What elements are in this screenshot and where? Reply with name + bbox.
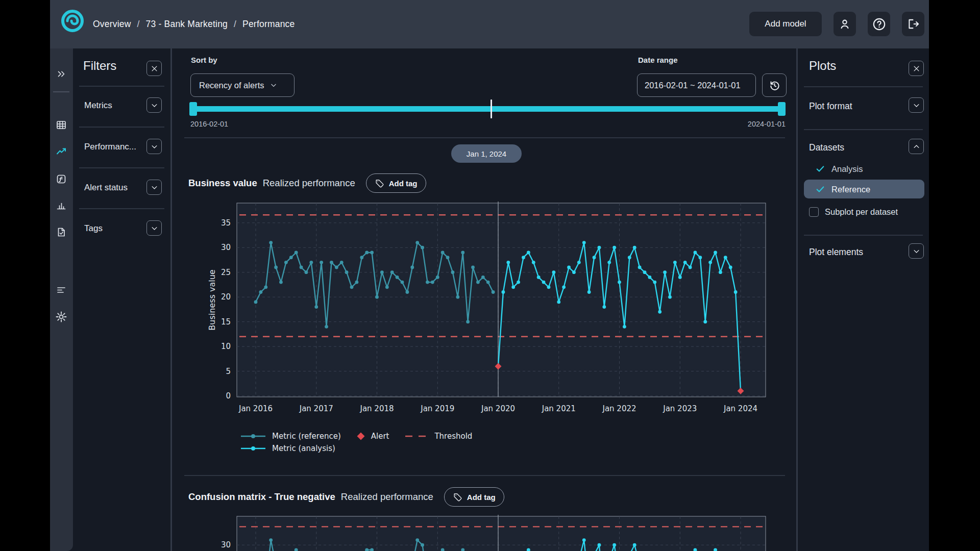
date-range-value: 2016-02-01 ~ 2024-01-01 xyxy=(645,81,741,90)
threshold-dash-swatch xyxy=(404,433,429,439)
breadcrumb-overview[interactable]: Overview xyxy=(93,19,131,30)
sort-by-value: Recency of alerts xyxy=(199,81,264,90)
table-icon xyxy=(55,119,67,131)
plot-elements-expand-button[interactable] xyxy=(909,243,924,259)
rail-divider xyxy=(53,91,69,92)
chevrons-right-icon xyxy=(56,68,67,80)
chevron-down-icon xyxy=(151,224,158,232)
help-button[interactable] xyxy=(868,12,890,36)
app-window: Overview / 73 - Bank Marketing / Perform… xyxy=(50,0,929,551)
y-tick-label: 0 xyxy=(226,391,231,400)
chevron-up-icon xyxy=(913,143,920,151)
filters-panel: Filters Metrics Performanc... Alert stat… xyxy=(73,48,172,551)
divider xyxy=(184,137,785,138)
date-slider-handle-end[interactable] xyxy=(778,102,786,116)
x-tick-label: Jan 2021 xyxy=(542,404,576,413)
breadcrumb-model[interactable]: 73 - Bank Marketing xyxy=(146,19,228,30)
subplot-per-dataset-option[interactable]: Subplot per dataset xyxy=(809,207,898,217)
tags-expand-button[interactable] xyxy=(146,220,162,236)
date-slider-handle-start[interactable] xyxy=(189,102,197,116)
filters-close-button[interactable] xyxy=(146,61,162,76)
chart-subtitle: Realized performance xyxy=(263,178,355,189)
legend-threshold[interactable]: Threshold xyxy=(404,432,472,441)
slider-cursor[interactable] xyxy=(491,99,492,118)
add-tag-button[interactable]: Add tag xyxy=(366,173,426,193)
dataset-option-reference[interactable]: Reference xyxy=(815,184,870,194)
nav-functions[interactable] xyxy=(54,171,69,187)
date-range-input[interactable]: 2016-02-01 ~ 2024-01-01 xyxy=(637,73,756,97)
plots-title: Plots xyxy=(809,59,836,73)
confusion-matrix-chart[interactable]: 30 xyxy=(172,513,796,551)
date-range-reset-button[interactable] xyxy=(762,73,787,97)
alert-diamond-swatch xyxy=(356,432,365,441)
nav-settings[interactable] xyxy=(54,309,69,324)
metrics-expand-button[interactable] xyxy=(146,97,162,113)
x-tick-label: Jan 2019 xyxy=(420,404,454,413)
plot-format-expand-button[interactable] xyxy=(909,97,924,113)
performance-expand-button[interactable] xyxy=(146,139,162,154)
breadcrumb-separator: / xyxy=(137,19,140,30)
alert-status-expand-button[interactable] xyxy=(146,180,162,195)
gear-icon xyxy=(55,310,68,323)
user-icon xyxy=(838,17,851,31)
sort-by-select[interactable]: Recency of alerts xyxy=(190,73,295,97)
reference-line-swatch xyxy=(240,433,266,439)
x-tick-label: Jan 2018 xyxy=(359,404,394,413)
plot-format-label: Plot format xyxy=(809,101,852,112)
plots-panel: Plots Plot format Datasets Analysis Refe… xyxy=(796,48,929,551)
y-tick-label: 25 xyxy=(221,268,231,277)
tag-icon xyxy=(375,179,384,188)
file-check-icon xyxy=(55,226,67,238)
filter-item-tags: Tags xyxy=(84,223,103,234)
add-tag-button[interactable]: Add tag xyxy=(444,487,504,507)
chevron-down-icon xyxy=(270,82,277,89)
chart-legend-row-2: Metric (analysis) xyxy=(240,444,335,453)
filter-item-performance: Performanc... xyxy=(84,142,136,152)
analysis-line-swatch xyxy=(240,445,266,452)
y-tick-label: 15 xyxy=(221,317,231,327)
expand-sidebar-button[interactable] xyxy=(54,66,69,82)
text-lines-icon xyxy=(55,284,67,296)
divider xyxy=(184,475,785,476)
tag-icon xyxy=(453,492,462,502)
add-tag-label: Add tag xyxy=(467,493,496,502)
bar-chart-icon xyxy=(55,199,67,211)
legend-reference[interactable]: Metric (reference) xyxy=(240,432,341,441)
date-chip: Jan 1, 2024 xyxy=(451,144,522,163)
legend-alert[interactable]: Alert xyxy=(356,432,389,441)
history-icon xyxy=(769,80,780,91)
date-slider-track[interactable] xyxy=(190,106,786,112)
business-value-chart[interactable]: Jan 2016Jan 2017Jan 2018Jan 2019Jan 2020… xyxy=(172,199,796,431)
function-icon xyxy=(55,173,67,185)
divider xyxy=(804,129,923,130)
nav-statistics[interactable] xyxy=(54,197,69,213)
dataset-option-analysis[interactable]: Analysis xyxy=(815,164,863,174)
user-button[interactable] xyxy=(834,12,856,36)
nav-data-tables[interactable] xyxy=(54,117,69,133)
logout-icon xyxy=(906,17,920,31)
section-header-business-value: Business value Realized performance Add … xyxy=(188,173,426,193)
trend-icon xyxy=(55,146,67,158)
app-logo-icon[interactable] xyxy=(60,9,85,33)
legend-analysis[interactable]: Metric (analysis) xyxy=(240,444,335,453)
y-axis-label: Business value xyxy=(207,269,217,330)
check-icon xyxy=(815,184,825,194)
nav-performance[interactable] xyxy=(54,144,69,160)
datasets-collapse-button[interactable] xyxy=(909,139,924,154)
plots-close-button[interactable] xyxy=(909,61,924,76)
checkbox-unchecked xyxy=(809,207,819,217)
nav-reports[interactable] xyxy=(54,224,69,240)
nav-logs[interactable] xyxy=(54,282,69,297)
y-tick-label: 5 xyxy=(226,367,231,376)
x-tick-label: Jan 2016 xyxy=(238,404,273,413)
chevron-down-icon xyxy=(151,184,158,191)
add-model-button[interactable]: Add model xyxy=(749,12,822,36)
chevron-down-icon xyxy=(151,143,158,151)
legend-label: Metric (analysis) xyxy=(272,444,335,453)
x-tick-label: Jan 2020 xyxy=(481,404,515,413)
x-tick-label: Jan 2017 xyxy=(299,404,333,413)
chevron-down-icon xyxy=(151,102,158,109)
logout-button[interactable] xyxy=(902,12,924,36)
y-tick-label: 20 xyxy=(221,292,231,302)
y-tick-label: 30 xyxy=(221,540,231,549)
